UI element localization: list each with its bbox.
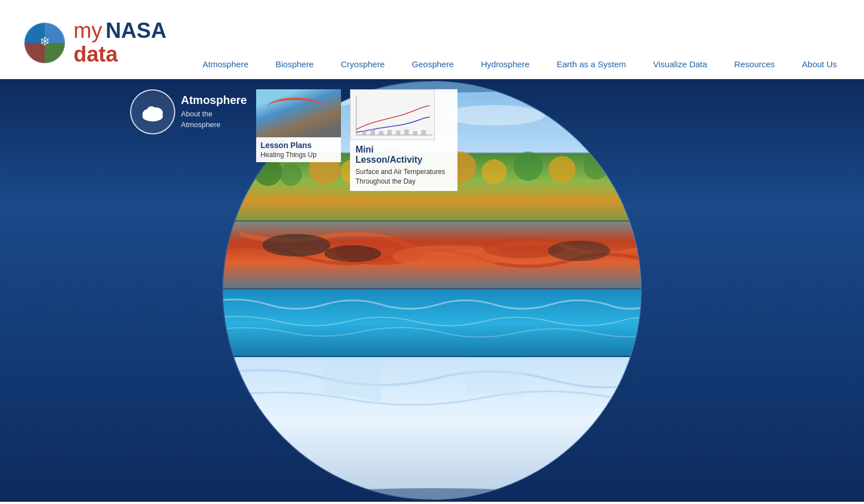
header: ❄ my NASA data Atmosphere Biosphere Cryo…	[0, 0, 864, 79]
svg-text:❄: ❄	[40, 34, 50, 49]
svg-point-26	[548, 156, 576, 183]
logo-text-group: my NASA data	[74, 19, 166, 67]
lesson-card-title: Lesson Plans	[261, 141, 336, 150]
logo-my: my	[74, 19, 102, 43]
svg-point-27	[584, 155, 608, 180]
nav-item-visualize-data[interactable]: Visualize Data	[640, 55, 721, 75]
svg-rect-57	[421, 130, 426, 135]
mini-lesson-card-body: Mini Lesson/Activity Surface and Air Tem…	[350, 140, 457, 191]
svg-point-36	[548, 241, 610, 261]
svg-rect-50	[362, 131, 366, 135]
nav-item-about-us[interactable]: About Us	[788, 55, 850, 75]
svg-rect-29	[211, 220, 653, 221]
svg-rect-38	[211, 289, 653, 357]
svg-point-34	[262, 234, 330, 257]
mini-lesson-card[interactable]: Mini Lesson/Activity Surface and Air Tem…	[350, 89, 457, 191]
svg-point-25	[513, 151, 543, 181]
lesson-card-image	[256, 89, 341, 137]
lesson-card-subtitle: Heating Things Up	[261, 151, 336, 159]
svg-rect-52	[379, 131, 383, 135]
nav-item-geosphere[interactable]: Geosphere	[398, 55, 467, 75]
mini-lesson-heading: Mini Lesson/Activity	[356, 145, 452, 165]
mini-lesson-subtitle: Surface and Air Temperatures Throughout …	[356, 167, 452, 186]
cloud-icon	[139, 102, 166, 122]
nav-item-biosphere[interactable]: Biosphere	[262, 55, 327, 75]
svg-rect-54	[396, 131, 400, 135]
svg-rect-53	[387, 130, 392, 135]
svg-rect-55	[404, 129, 409, 135]
logo-icon: ❄	[23, 21, 67, 65]
logo-nasa: NASA	[106, 19, 167, 43]
cloud-circle	[130, 89, 175, 134]
nav-bar: Atmosphere Biosphere Cryosphere Geospher…	[166, 55, 864, 79]
nav-item-atmosphere[interactable]: Atmosphere	[189, 55, 262, 75]
nav-item-cryosphere[interactable]: Cryosphere	[327, 55, 399, 75]
atmosphere-subtext: About the Atmosphere	[181, 109, 243, 129]
logo-data: data	[74, 43, 118, 67]
svg-point-46	[146, 106, 157, 116]
svg-rect-51	[370, 129, 375, 135]
logo-area[interactable]: ❄ my NASA data	[23, 19, 166, 67]
svg-point-24	[482, 159, 507, 184]
lesson-plans-card[interactable]: Lesson Plans Heating Things Up	[256, 89, 341, 162]
svg-rect-37	[211, 288, 653, 289]
nav-item-resources[interactable]: Resources	[721, 55, 789, 75]
svg-point-35	[325, 245, 381, 262]
svg-point-28	[619, 159, 641, 182]
lesson-card-body: Lesson Plans Heating Things Up	[256, 137, 341, 162]
atmosphere-label-text: Atmosphere About the Atmosphere	[181, 94, 247, 129]
atmosphere-heading: Atmosphere	[181, 94, 247, 107]
nav-item-earth-as-system[interactable]: Earth as a System	[543, 55, 640, 75]
svg-point-12	[443, 105, 545, 125]
atmosphere-icon-group[interactable]: Atmosphere About the Atmosphere	[130, 89, 247, 134]
chart-image	[350, 89, 435, 140]
svg-rect-39	[211, 356, 653, 357]
svg-point-13	[539, 93, 619, 110]
hero-section: Atmosphere About the Atmosphere Lesson P…	[0, 79, 864, 502]
nav-item-hydrosphere[interactable]: Hydrosphere	[468, 55, 543, 75]
atmosphere-popup: Atmosphere About the Atmosphere Lesson P…	[130, 89, 457, 191]
svg-rect-56	[413, 131, 417, 135]
